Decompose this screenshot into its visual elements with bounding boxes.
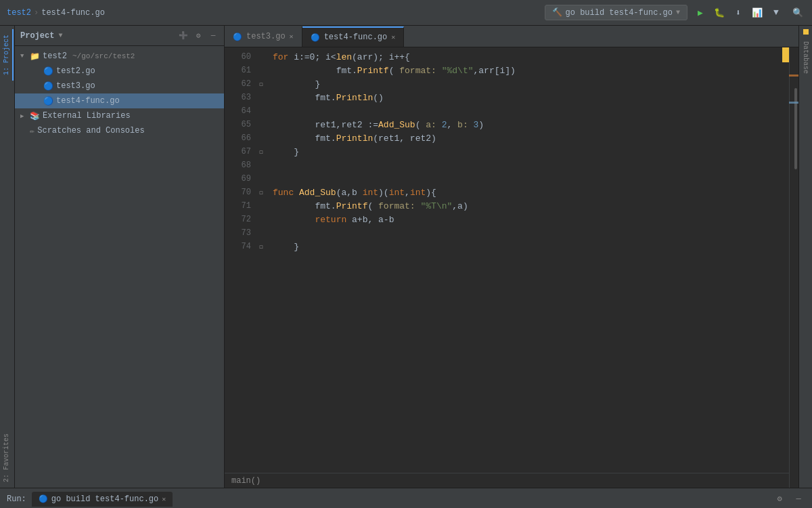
tree-label-scratches: Scratches and Consoles [37, 126, 144, 135]
run-label: Run: [7, 494, 26, 504]
fold-60 [255, 50, 267, 64]
tab-label-test3: test3.go [246, 32, 286, 41]
panel-settings-icon[interactable]: ⚙ [193, 30, 204, 41]
breadcrumb: test2 › test4-func.go [7, 8, 105, 18]
fold-71 [255, 199, 267, 213]
scrollbar[interactable] [789, 47, 798, 488]
line-num-73: 73 [227, 226, 251, 240]
project-tree: ▼ 📁 test2 ~/go/src/test2 🔵 test2.go 🔵 te… [15, 46, 224, 488]
tree-item-test2go[interactable]: 🔵 test2.go [15, 64, 224, 79]
profile-button[interactable]: 📊 [750, 5, 765, 20]
fold-68 [255, 158, 267, 172]
tree-item-test2[interactable]: ▼ 📁 test2 ~/go/src/test2 [15, 49, 224, 64]
code-content[interactable]: for i:=0; i<len(arr); i++{ fmt.Printf( f… [267, 47, 789, 488]
panel-title: Project [20, 31, 54, 41]
fold-65 [255, 118, 267, 131]
code-line-71: fmt.Printf( format: "%T\n",a) [273, 199, 784, 213]
fold-67[interactable]: ◻ [255, 145, 267, 158]
line-num-62: 62 [227, 77, 251, 91]
sidebar-tab-favorites[interactable]: 2: Favorites [1, 428, 14, 488]
tabs-bar: 🔵 test3.go ✕ 🔵 test4-func.go ✕ [225, 26, 798, 47]
tree-item-scratches[interactable]: ✏️ Scratches and Consoles [15, 123, 224, 138]
main-layout: 1: Project 2: Favorites Project ▼ ➕ ⚙ ─ … [0, 26, 812, 488]
yellow-indicator [803, 29, 809, 35]
code-line-68 [273, 158, 784, 172]
sidebar-tab-project[interactable]: 1: Project [1, 29, 14, 81]
tree-item-test3go[interactable]: 🔵 test3.go [15, 79, 224, 93]
run-minimize-icon[interactable]: ─ [792, 492, 805, 506]
code-line-64 [273, 104, 784, 118]
line-numbers: 60 61 62 63 64 65 66 67 68 69 70 71 72 7… [225, 47, 255, 488]
scroll-marker-2 [789, 102, 798, 104]
bookmark-indicator [782, 47, 789, 62]
ext-libs-icon: 📚 [30, 111, 40, 121]
folder-icon: 📁 [30, 51, 40, 62]
breadcrumb-sep: › [34, 8, 39, 18]
build-dropdown-arrow: ▼ [676, 9, 680, 16]
file-name: test4-func.go [41, 8, 105, 18]
line-num-65: 65 [227, 118, 251, 131]
editor-area: 🔵 test3.go ✕ 🔵 test4-func.go ✕ 60 61 62 … [225, 26, 798, 488]
tab-close-test3[interactable]: ✕ [290, 33, 294, 41]
right-strip: Database [798, 26, 812, 488]
code-editor[interactable]: 60 61 62 63 64 65 66 67 68 69 70 71 72 7… [225, 47, 798, 488]
code-line-60: for i:=0; i<len(arr); i++{ [273, 50, 784, 64]
panel-header: Project ▼ ➕ ⚙ ─ [15, 26, 224, 46]
panel-add-icon[interactable]: ➕ [178, 30, 189, 41]
tab-file-icon-test4: 🔵 [311, 33, 320, 42]
fold-69 [255, 172, 267, 186]
code-line-61: fmt.Printf( format: "%d\t",arr[i]) [273, 64, 784, 77]
tree-label-test2: test2 [43, 51, 67, 61]
fold-73 [255, 226, 267, 240]
code-line-67: } [273, 145, 784, 158]
run-tab-icon: 🔵 [39, 494, 48, 503]
tree-item-test4go[interactable]: 🔵 test4-func.go [15, 93, 224, 108]
run-settings-icon[interactable]: ⚙ [773, 492, 786, 506]
tree-arrow: ▼ [20, 53, 27, 60]
line-num-61: 61 [227, 64, 251, 77]
tab-file-icon-test3: 🔵 [233, 33, 242, 41]
go-file-icon2: 🔵 [43, 81, 53, 91]
tree-item-ext-libs[interactable]: ▶ 📚 External Libraries [15, 108, 224, 123]
code-line-72: return a+b, a-b [273, 213, 784, 226]
step-over-button[interactable]: ⬇ [731, 5, 746, 20]
tree-label-test3go: test3.go [56, 81, 95, 91]
project-panel: Project ▼ ➕ ⚙ ─ ▼ 📁 test2 ~/go/src/test2… [15, 26, 225, 488]
code-line-69 [273, 172, 784, 186]
run-tab-close[interactable]: ✕ [162, 495, 166, 503]
tab-close-test4[interactable]: ✕ [391, 33, 395, 41]
tree-label-test2go: test2.go [56, 66, 95, 76]
build-button[interactable]: 🔨 go build test4-func.go ▼ [545, 5, 687, 20]
fold-70[interactable]: ◻ [255, 186, 267, 199]
run-header: Run: 🔵 go build test4-func.go ✕ ⚙ ─ [0, 488, 812, 508]
run-button[interactable]: ▶ [693, 5, 708, 20]
debug-button[interactable]: 🐛 [712, 5, 727, 20]
line-num-63: 63 [227, 91, 251, 104]
code-line-65: ret1,ret2 :=Add_Sub( a: 2, b: 3) [273, 118, 784, 131]
line-num-69: 69 [227, 172, 251, 186]
tab-test3[interactable]: 🔵 test3.go ✕ [225, 26, 302, 47]
go-file-icon: 🔵 [43, 66, 53, 77]
tree-label-ext-libs: External Libraries [43, 111, 131, 121]
tree-label-test4go: test4-func.go [56, 96, 120, 106]
run-tab[interactable]: 🔵 go build test4-func.go ✕ [32, 492, 173, 507]
tree-arrow-ext: ▶ [20, 112, 27, 120]
line-num-64: 64 [227, 104, 251, 118]
title-bar: test2 › test4-func.go 🔨 go build test4-f… [0, 0, 812, 26]
run-panel: Run: 🔵 go build test4-func.go ✕ ⚙ ─ ▶ ⬇ … [0, 488, 812, 508]
tab-test4func[interactable]: 🔵 test4-func.go ✕ [302, 26, 405, 47]
code-line-63: fmt.Println() [273, 91, 784, 104]
more-button[interactable]: ▼ [769, 5, 784, 20]
fold-61 [255, 64, 267, 77]
panel-minimize-icon[interactable]: ─ [208, 30, 219, 41]
project-name[interactable]: test2 [7, 8, 31, 18]
fold-62[interactable]: ◻ [255, 77, 267, 91]
build-icon: 🔨 [552, 7, 562, 18]
scrollbar-thumb[interactable] [794, 88, 797, 169]
line-num-74: 74 [227, 240, 251, 253]
search-button[interactable]: 🔍 [790, 5, 805, 20]
database-label[interactable]: Database [800, 39, 811, 77]
fold-74[interactable]: ◻ [255, 240, 267, 253]
editor-breadcrumb: main() [267, 473, 789, 488]
panel-dropdown-icon: ▼ [58, 32, 62, 39]
